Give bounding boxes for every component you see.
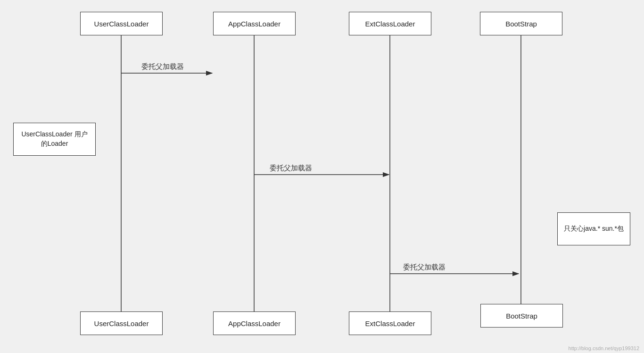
box-bot-boot: BootStrap [480, 304, 563, 328]
diagram-container: UserClassLoader AppClassLoader ExtClassL… [0, 0, 644, 353]
box-side-boot: 只关心java.* sun.*包 [557, 212, 630, 245]
box-bot-ext: ExtClassLoader [349, 311, 431, 335]
diagram-svg [0, 0, 644, 353]
box-top-app: AppClassLoader [213, 12, 296, 35]
box-top-ext: ExtClassLoader [349, 12, 431, 35]
arrow1-label: 委托父加载器 [141, 62, 184, 71]
box-top-user: UserClassLoader [80, 12, 163, 35]
arrow3-label: 委托父加载器 [403, 263, 446, 272]
box-side-user: UserClassLoader 用户的Loader [13, 123, 96, 156]
watermark: http://blog.csdn.net/qyp199312 [569, 345, 639, 351]
box-bot-user: UserClassLoader [80, 311, 163, 335]
arrow2-label: 委托父加载器 [270, 164, 312, 173]
box-top-boot: BootStrap [480, 12, 562, 35]
box-bot-app: AppClassLoader [213, 311, 296, 335]
